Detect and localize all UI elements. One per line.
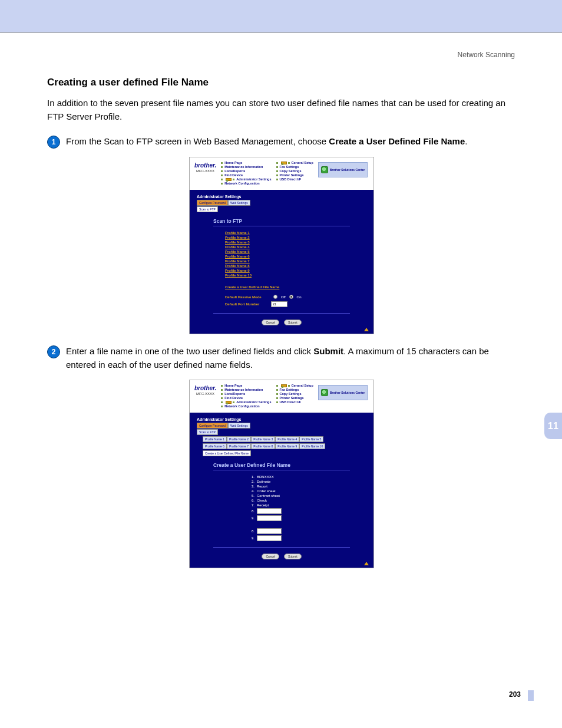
profile-link[interactable]: Profile Name 10	[225, 274, 350, 277]
nav-col-1[interactable]: Home Page Maintenance Information Lists/…	[221, 384, 271, 408]
profile-tab[interactable]: Profile Name 2	[227, 436, 251, 442]
profile-link[interactable]: Profile Name 1	[225, 231, 350, 235]
step1-bold: Create a User Defined File Name	[329, 136, 465, 146]
footer-decor	[528, 690, 534, 701]
tab-scan-to-ftp[interactable]: Scan to FTP	[197, 206, 218, 212]
profile-tab[interactable]: Profile Name 9	[275, 443, 299, 449]
step2-bold: Submit	[313, 346, 343, 356]
globe-icon	[321, 389, 328, 396]
profile-link[interactable]: Profile Name 3	[225, 241, 350, 244]
nav-col-1[interactable]: Home Page Maintenance Information Lists/…	[221, 161, 271, 185]
submit-button[interactable]: Submit	[284, 554, 302, 559]
section-title: Creating a user defined File Name	[47, 77, 515, 88]
profile-tab[interactable]: Profile Name 3	[251, 436, 275, 442]
profile-tab[interactable]: Profile Name 8	[251, 443, 275, 449]
tab-web-settings[interactable]: Web Settings	[228, 423, 250, 429]
profile-link[interactable]: Profile Name 7	[225, 259, 350, 263]
running-header: Network Scanning	[47, 51, 515, 59]
profile-tab[interactable]: Profile Name 1	[203, 436, 227, 442]
admin-settings-header: Administrator Settings	[197, 195, 366, 199]
globe-icon	[321, 166, 328, 173]
profile-link[interactable]: Profile Name 5	[225, 250, 350, 253]
passive-off-radio[interactable]	[273, 295, 277, 299]
screenshot-2: brother. MFC-XXXX Home Page Maintenance …	[189, 380, 373, 568]
submit-button[interactable]: Submit	[284, 319, 302, 325]
profile-tab[interactable]: Profile Name 7	[227, 443, 251, 449]
profile-tab[interactable]: Profile Name 6	[203, 443, 227, 449]
cancel-button[interactable]: Cancel	[262, 554, 279, 559]
create-user-defined-link[interactable]: Create a User Defined File Name	[225, 285, 350, 289]
solutions-center-link[interactable]: Brother Solutions Center	[318, 162, 368, 177]
panel-title: Scan to FTP	[213, 218, 350, 226]
step-number-1: 1	[47, 136, 60, 149]
profile-link[interactable]: Profile Name 6	[225, 255, 350, 258]
passive-mode-label: Default Passive Mode	[225, 295, 262, 299]
step1-pre: From the Scan to FTP screen in Web Based…	[66, 136, 329, 146]
screenshot-1: brother. MFC-XXXX Home Page Maintenance …	[189, 157, 373, 334]
port-label: Default Port Number	[225, 302, 259, 306]
filename-list: 1.BRNXXXX 2.Estimate 3.Report 4.Order sh…	[249, 475, 350, 541]
profile-tab[interactable]: Profile Name 5	[299, 436, 323, 442]
scroll-top-icon[interactable]	[364, 562, 369, 565]
brand-logo: brother. MFC-XXXX	[194, 384, 216, 396]
step2-pre: Enter a file name in one of the two user…	[66, 346, 313, 356]
header-band	[0, 0, 562, 32]
profile-link[interactable]: Profile Name 8	[225, 264, 350, 268]
step1-post: .	[465, 136, 467, 146]
profile-tab[interactable]: Profile Name 4	[275, 436, 299, 442]
step-2: 2 Enter a file name in one of the two us…	[47, 345, 515, 371]
profile-tab[interactable]: Profile Name 10	[299, 443, 325, 449]
tab-web-settings[interactable]: Web Settings	[228, 200, 250, 206]
profile-link[interactable]: Profile Name 2	[225, 236, 350, 239]
tab-scan-to-ftp[interactable]: Scan to FTP	[197, 429, 218, 435]
solutions-center-link[interactable]: Brother Solutions Center	[318, 385, 368, 400]
chapter-tab: 11	[544, 413, 562, 439]
user-defined-input-9b[interactable]	[257, 535, 282, 541]
nav-col-2[interactable]: General Setup Fax Settings Copy Settings…	[276, 161, 313, 181]
panel-title: Create a User Defined File Name	[213, 462, 350, 470]
tab-create-user-defined[interactable]: Create a User Defined File Name	[203, 450, 251, 456]
passive-on-radio[interactable]	[289, 295, 293, 299]
tab-configure-password[interactable]: Configure Password	[197, 200, 228, 206]
port-input[interactable]: 21	[271, 301, 287, 307]
brand-logo: brother. MFC-XXXX	[194, 161, 216, 173]
cancel-button[interactable]: Cancel	[262, 319, 279, 325]
tab-configure-password[interactable]: Configure Password	[197, 423, 228, 429]
step-1: 1 From the Scan to FTP screen in Web Bas…	[47, 135, 515, 149]
model-label: MFC-XXXX	[194, 392, 216, 396]
intro-text: In addition to the seven present file na…	[47, 97, 515, 123]
nav-col-2[interactable]: General Setup Fax Settings Copy Settings…	[276, 384, 313, 404]
profile-link[interactable]: Profile Name 4	[225, 245, 350, 249]
admin-settings-header: Administrator Settings	[197, 417, 366, 421]
step-number-2: 2	[47, 345, 60, 358]
user-defined-input-9a[interactable]	[257, 515, 282, 521]
scroll-top-icon[interactable]	[364, 328, 369, 331]
page-number: 203	[509, 690, 521, 699]
profile-link[interactable]: Profile Name 9	[225, 269, 350, 272]
model-label: MFC-XXXX	[194, 169, 216, 173]
profile-list: Profile Name 1 Profile Name 2 Profile Na…	[213, 231, 350, 277]
user-defined-input-8b[interactable]	[257, 528, 282, 534]
user-defined-input-8a[interactable]	[257, 508, 282, 514]
